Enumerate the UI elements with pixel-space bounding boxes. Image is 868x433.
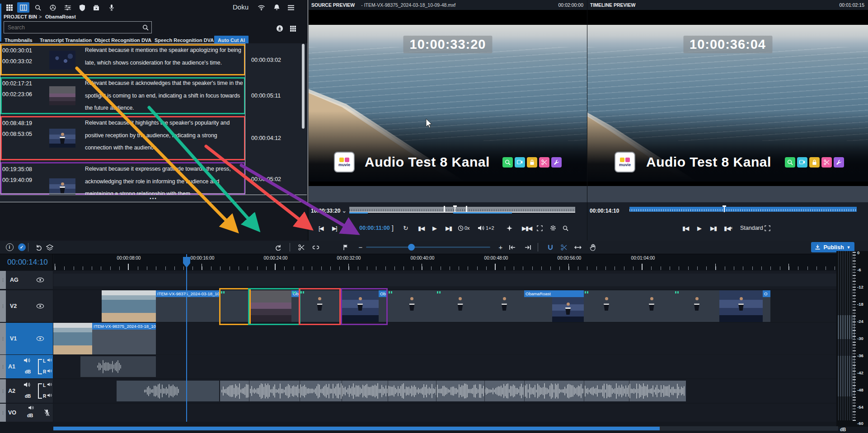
source-playhead[interactable]	[455, 205, 455, 212]
track-header-v1[interactable]: ⋮ V1	[0, 323, 53, 354]
razor-tool-icon[interactable]	[558, 242, 569, 252]
insert-left-button[interactable]	[507, 242, 518, 252]
info-icon[interactable]: i	[4, 242, 15, 252]
track-header-vo[interactable]: ⋮ VO dB	[0, 404, 53, 422]
v2-clip-podium-9[interactable]: O	[719, 290, 770, 322]
shield-icon[interactable]	[77, 2, 88, 13]
mic-muted-icon[interactable]	[44, 409, 50, 416]
v1-clip-sea[interactable]: ITEM-VX-98375_2024-03-18_10-09-48	[53, 323, 156, 354]
speaker-icon[interactable]	[47, 382, 52, 386]
horizontal-scrollbar[interactable]	[53, 426, 838, 431]
visibility-eye-icon[interactable]	[36, 278, 44, 283]
go-to-end-button[interactable]: ▶▮	[710, 222, 716, 234]
play-button[interactable]: ▶	[697, 222, 702, 234]
speaker-icon[interactable]	[47, 393, 52, 397]
playhead-line[interactable]	[186, 254, 187, 422]
a2-audio-clip-1[interactable]	[117, 381, 219, 401]
match-frame-button[interactable]: ▮◀✕	[724, 222, 732, 234]
bin-scrollbar[interactable]	[302, 44, 305, 129]
insert-right-button[interactable]	[522, 242, 533, 252]
v2-clip-podium-8[interactable]	[674, 290, 719, 322]
marker-flag-icon[interactable]	[340, 242, 351, 252]
audio-channels-button[interactable]: 1+2	[478, 222, 494, 234]
source-scrubber[interactable]	[349, 207, 575, 213]
scrollbar-thumb[interactable]	[53, 427, 660, 430]
search-icon[interactable]	[33, 2, 43, 13]
visibility-eye-icon[interactable]	[36, 304, 44, 309]
app-grid-icon[interactable]	[4, 2, 15, 13]
download-circle-icon[interactable]	[276, 24, 284, 33]
clip-thumbnail[interactable]	[49, 178, 75, 195]
goto-mark-out-button[interactable]: ▶]	[332, 222, 337, 234]
layers-button[interactable]	[44, 242, 55, 252]
timeline-video-frame[interactable]: 10:00:36:04 muvie Audio Test 8 Kanal	[587, 10, 868, 186]
unlink-icon[interactable]	[310, 242, 321, 252]
clip-thumbnail[interactable]	[49, 86, 75, 105]
settings-gear-icon[interactable]	[550, 222, 556, 234]
db-label[interactable]: dB	[27, 413, 33, 418]
clip-row-2[interactable]: 00:02:17:21 00:02:23:06 Relevant because…	[0, 76, 308, 115]
track-header-ag[interactable]: ⋮ AG	[0, 271, 53, 289]
go-to-start-button[interactable]: ▮◀	[682, 222, 688, 234]
fullscreen-button[interactable]	[537, 222, 543, 234]
zoom-button[interactable]	[563, 222, 568, 234]
play-button[interactable]: ▶	[432, 222, 437, 234]
search-input[interactable]	[4, 24, 140, 31]
redo-button[interactable]	[273, 242, 284, 252]
panel-columns-icon[interactable]	[17, 2, 29, 13]
cut-scissors-icon[interactable]	[296, 242, 307, 252]
speaker-icon[interactable]	[28, 405, 34, 410]
microphone-icon[interactable]	[106, 2, 117, 13]
speaker-icon[interactable]	[23, 358, 30, 363]
v2-clip-podium-4[interactable]	[436, 290, 484, 322]
drag-handle[interactable]: ⋮	[0, 404, 6, 422]
speaker-icon[interactable]	[47, 358, 52, 362]
v2-clip-podium-5[interactable]	[484, 290, 524, 322]
track-lane-ag[interactable]	[53, 271, 838, 289]
mark-out-handle[interactable]	[466, 206, 467, 212]
match-frame-button[interactable]: ▶▮◀	[522, 222, 531, 234]
drag-handle[interactable]: ⋮	[0, 379, 6, 403]
quality-selector[interactable]: Standard	[740, 222, 763, 234]
v2-clip-podium-6[interactable]	[584, 290, 629, 322]
notifications-bell-icon[interactable]	[271, 2, 282, 13]
hand-tool-icon[interactable]	[587, 242, 598, 252]
zoom-out-button[interactable]: −	[355, 242, 366, 252]
track-header-a1[interactable]: ⋮ A1 dB L R	[0, 355, 53, 378]
export-box-icon[interactable]	[91, 2, 102, 13]
mark-in-timecode[interactable]: 00:00:11:00	[358, 222, 391, 234]
timeline-playhead-marker[interactable]	[724, 205, 725, 212]
track-header-v2[interactable]: ⋮ V2	[0, 290, 53, 322]
breadcrumb-root[interactable]: PROJECT BIN	[4, 14, 37, 19]
clip-row-1[interactable]: 00:00:30:01 00:00:33:02 Relevant because…	[0, 43, 308, 76]
track-lane-a2[interactable]	[53, 379, 838, 403]
mark-out-bracket[interactable]: ]	[392, 222, 394, 234]
wifi-icon[interactable]	[256, 2, 267, 13]
snap-magnet-icon[interactable]	[545, 242, 556, 252]
undo-button[interactable]	[33, 242, 44, 252]
timeline-ruler[interactable]: 00:00:08:00 00:00:16:00 00:00:24:00 00:0…	[53, 254, 838, 270]
a2-audio-clip-2[interactable]	[220, 381, 686, 401]
timeline-scrubber[interactable]	[629, 207, 857, 212]
a1-audio-clip[interactable]	[80, 356, 156, 377]
menu-icon[interactable]	[286, 2, 296, 13]
track-lane-v2[interactable]: ITEM-VX-98375_2024-03-18_10-09-4 Obar Ob…	[53, 290, 838, 322]
loop-button[interactable]: ↻	[403, 222, 408, 234]
grid-view-icon[interactable]	[289, 25, 296, 32]
drag-handle[interactable]: ⋮	[0, 355, 6, 378]
timeline-scrub-timecode[interactable]: 00:00:14:10	[590, 208, 619, 214]
v2-clip-podium-7[interactable]	[629, 290, 674, 322]
breadcrumb-current[interactable]: ObamaRoast	[45, 14, 76, 19]
drag-handle[interactable]: ⋮	[0, 323, 6, 354]
add-marker-button[interactable]	[507, 222, 512, 234]
visibility-eye-icon[interactable]	[36, 336, 44, 341]
goto-mark-in-button[interactable]: [◀	[319, 222, 323, 234]
track-lane-a1[interactable]	[53, 355, 838, 378]
clip-thumbnail[interactable]	[49, 51, 75, 70]
next-frame-button[interactable]: ▶▮	[446, 222, 451, 234]
source-video-frame[interactable]: 10:00:33:20 muvie Audio Test 8 Kanal	[309, 10, 587, 186]
trim-tool-icon[interactable]	[572, 242, 583, 252]
prev-frame-button[interactable]: ▮◀	[418, 222, 424, 234]
speaker-icon[interactable]	[23, 382, 30, 387]
mark-in-handle[interactable]	[444, 206, 445, 212]
